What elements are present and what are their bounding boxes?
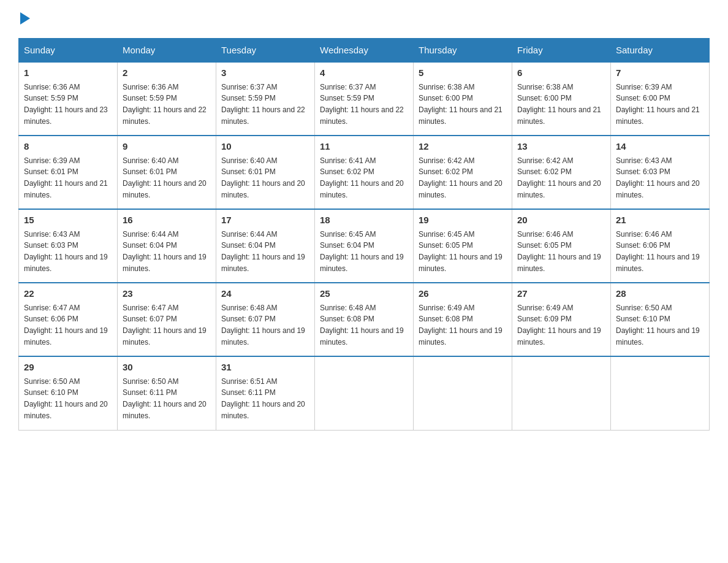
weekday-header-friday: Friday [512, 39, 611, 63]
calendar-cell: 6Sunrise: 6:38 AMSunset: 6:00 PMDaylight… [512, 62, 611, 136]
day-info: Sunrise: 6:47 AMSunset: 6:06 PMDaylight:… [24, 304, 108, 347]
calendar-cell: 18Sunrise: 6:45 AMSunset: 6:04 PMDayligh… [315, 209, 414, 283]
calendar-table: SundayMondayTuesdayWednesdayThursdayFrid… [18, 38, 710, 431]
calendar-cell: 26Sunrise: 6:49 AMSunset: 6:08 PMDayligh… [414, 283, 512, 356]
day-info: Sunrise: 6:50 AMSunset: 6:11 PMDaylight:… [123, 377, 207, 420]
day-number: 7 [616, 66, 704, 80]
calendar-cell: 14Sunrise: 6:43 AMSunset: 6:03 PMDayligh… [611, 136, 710, 209]
day-number: 29 [24, 361, 112, 375]
day-info: Sunrise: 6:48 AMSunset: 6:08 PMDaylight:… [320, 304, 404, 347]
calendar-cell: 9Sunrise: 6:40 AMSunset: 6:01 PMDaylight… [118, 136, 216, 209]
day-number: 4 [320, 66, 408, 80]
calendar-cell: 7Sunrise: 6:39 AMSunset: 6:00 PMDaylight… [611, 62, 710, 136]
day-number: 31 [221, 361, 309, 375]
day-number: 17 [221, 213, 309, 228]
day-number: 8 [24, 140, 112, 154]
weekday-header-tuesday: Tuesday [216, 39, 315, 63]
calendar-cell: 8Sunrise: 6:39 AMSunset: 6:01 PMDaylight… [19, 136, 118, 209]
day-info: Sunrise: 6:43 AMSunset: 6:03 PMDaylight:… [24, 230, 108, 273]
day-number: 30 [123, 361, 211, 375]
day-number: 3 [221, 66, 309, 80]
calendar-cell: 29Sunrise: 6:50 AMSunset: 6:10 PMDayligh… [19, 356, 118, 430]
day-number: 14 [616, 140, 704, 154]
weekday-header-saturday: Saturday [611, 39, 710, 63]
day-info: Sunrise: 6:39 AMSunset: 6:00 PMDaylight:… [616, 83, 700, 126]
day-number: 28 [616, 287, 704, 301]
day-number: 11 [320, 140, 408, 154]
day-info: Sunrise: 6:42 AMSunset: 6:02 PMDaylight:… [517, 156, 601, 199]
weekday-header-row: SundayMondayTuesdayWednesdayThursdayFrid… [19, 39, 710, 63]
day-number: 25 [320, 287, 408, 301]
calendar-cell: 23Sunrise: 6:47 AMSunset: 6:07 PMDayligh… [118, 283, 216, 356]
calendar-cell: 19Sunrise: 6:45 AMSunset: 6:05 PMDayligh… [414, 209, 512, 283]
day-number: 12 [419, 140, 507, 154]
day-info: Sunrise: 6:41 AMSunset: 6:02 PMDaylight:… [320, 156, 404, 199]
calendar-cell: 25Sunrise: 6:48 AMSunset: 6:08 PMDayligh… [315, 283, 414, 356]
calendar-cell: 12Sunrise: 6:42 AMSunset: 6:02 PMDayligh… [414, 136, 512, 209]
day-info: Sunrise: 6:37 AMSunset: 5:59 PMDaylight:… [320, 83, 404, 126]
calendar-cell: 11Sunrise: 6:41 AMSunset: 6:02 PMDayligh… [315, 136, 414, 209]
calendar-cell: 4Sunrise: 6:37 AMSunset: 5:59 PMDaylight… [315, 62, 414, 136]
calendar-cell: 30Sunrise: 6:50 AMSunset: 6:11 PMDayligh… [118, 356, 216, 430]
calendar-cell [414, 356, 512, 430]
calendar-cell [512, 356, 611, 430]
day-info: Sunrise: 6:42 AMSunset: 6:02 PMDaylight:… [419, 156, 502, 199]
day-info: Sunrise: 6:51 AMSunset: 6:11 PMDaylight:… [221, 377, 305, 420]
day-info: Sunrise: 6:36 AMSunset: 5:59 PMDaylight:… [123, 83, 207, 126]
day-info: Sunrise: 6:45 AMSunset: 6:04 PMDaylight:… [320, 230, 404, 273]
calendar-cell [611, 356, 710, 430]
day-info: Sunrise: 6:49 AMSunset: 6:08 PMDaylight:… [419, 304, 502, 347]
day-info: Sunrise: 6:50 AMSunset: 6:10 PMDaylight:… [24, 377, 108, 420]
day-info: Sunrise: 6:37 AMSunset: 5:59 PMDaylight:… [221, 83, 305, 126]
calendar-cell: 31Sunrise: 6:51 AMSunset: 6:11 PMDayligh… [216, 356, 315, 430]
calendar-cell: 10Sunrise: 6:40 AMSunset: 6:01 PMDayligh… [216, 136, 315, 209]
calendar-cell: 2Sunrise: 6:36 AMSunset: 5:59 PMDaylight… [118, 62, 216, 136]
calendar-cell: 17Sunrise: 6:44 AMSunset: 6:04 PMDayligh… [216, 209, 315, 283]
weekday-header-thursday: Thursday [414, 39, 512, 63]
weekday-header-sunday: Sunday [19, 39, 118, 63]
calendar-cell [315, 356, 414, 430]
calendar-cell: 3Sunrise: 6:37 AMSunset: 5:59 PMDaylight… [216, 62, 315, 136]
day-info: Sunrise: 6:38 AMSunset: 6:00 PMDaylight:… [517, 83, 601, 126]
weekday-header-wednesday: Wednesday [315, 39, 414, 63]
logo [18, 12, 30, 26]
day-info: Sunrise: 6:49 AMSunset: 6:09 PMDaylight:… [517, 304, 601, 347]
calendar-cell: 5Sunrise: 6:38 AMSunset: 6:00 PMDaylight… [414, 62, 512, 136]
day-number: 16 [123, 213, 211, 228]
day-info: Sunrise: 6:44 AMSunset: 6:04 PMDaylight:… [221, 230, 305, 273]
day-info: Sunrise: 6:45 AMSunset: 6:05 PMDaylight:… [419, 230, 502, 273]
day-number: 19 [419, 213, 507, 228]
weekday-header-monday: Monday [118, 39, 216, 63]
day-info: Sunrise: 6:46 AMSunset: 6:06 PMDaylight:… [616, 230, 700, 273]
logo-arrow-icon [20, 12, 30, 25]
day-info: Sunrise: 6:40 AMSunset: 6:01 PMDaylight:… [221, 156, 305, 199]
day-number: 21 [616, 213, 704, 228]
day-number: 10 [221, 140, 309, 154]
day-info: Sunrise: 6:38 AMSunset: 6:00 PMDaylight:… [419, 83, 502, 126]
calendar-cell: 24Sunrise: 6:48 AMSunset: 6:07 PMDayligh… [216, 283, 315, 356]
calendar-cell: 27Sunrise: 6:49 AMSunset: 6:09 PMDayligh… [512, 283, 611, 356]
day-number: 15 [24, 213, 112, 228]
day-info: Sunrise: 6:44 AMSunset: 6:04 PMDaylight:… [123, 230, 207, 273]
calendar-cell: 15Sunrise: 6:43 AMSunset: 6:03 PMDayligh… [19, 209, 118, 283]
day-number: 27 [517, 287, 605, 301]
calendar-cell: 21Sunrise: 6:46 AMSunset: 6:06 PMDayligh… [611, 209, 710, 283]
day-info: Sunrise: 6:48 AMSunset: 6:07 PMDaylight:… [221, 304, 305, 347]
calendar-cell: 22Sunrise: 6:47 AMSunset: 6:06 PMDayligh… [19, 283, 118, 356]
day-number: 6 [517, 66, 605, 80]
day-info: Sunrise: 6:40 AMSunset: 6:01 PMDaylight:… [123, 156, 207, 199]
calendar-week-row: 29Sunrise: 6:50 AMSunset: 6:10 PMDayligh… [19, 356, 710, 430]
calendar-week-row: 8Sunrise: 6:39 AMSunset: 6:01 PMDaylight… [19, 136, 710, 209]
calendar-week-row: 15Sunrise: 6:43 AMSunset: 6:03 PMDayligh… [19, 209, 710, 283]
calendar-cell: 16Sunrise: 6:44 AMSunset: 6:04 PMDayligh… [118, 209, 216, 283]
calendar-cell: 28Sunrise: 6:50 AMSunset: 6:10 PMDayligh… [611, 283, 710, 356]
day-info: Sunrise: 6:50 AMSunset: 6:10 PMDaylight:… [616, 304, 700, 347]
day-number: 18 [320, 213, 408, 228]
day-number: 5 [419, 66, 507, 80]
day-info: Sunrise: 6:36 AMSunset: 5:59 PMDaylight:… [24, 83, 108, 126]
day-number: 1 [24, 66, 112, 80]
calendar-cell: 20Sunrise: 6:46 AMSunset: 6:05 PMDayligh… [512, 209, 611, 283]
calendar-week-row: 22Sunrise: 6:47 AMSunset: 6:06 PMDayligh… [19, 283, 710, 356]
day-info: Sunrise: 6:47 AMSunset: 6:07 PMDaylight:… [123, 304, 207, 347]
day-info: Sunrise: 6:46 AMSunset: 6:05 PMDaylight:… [517, 230, 601, 273]
